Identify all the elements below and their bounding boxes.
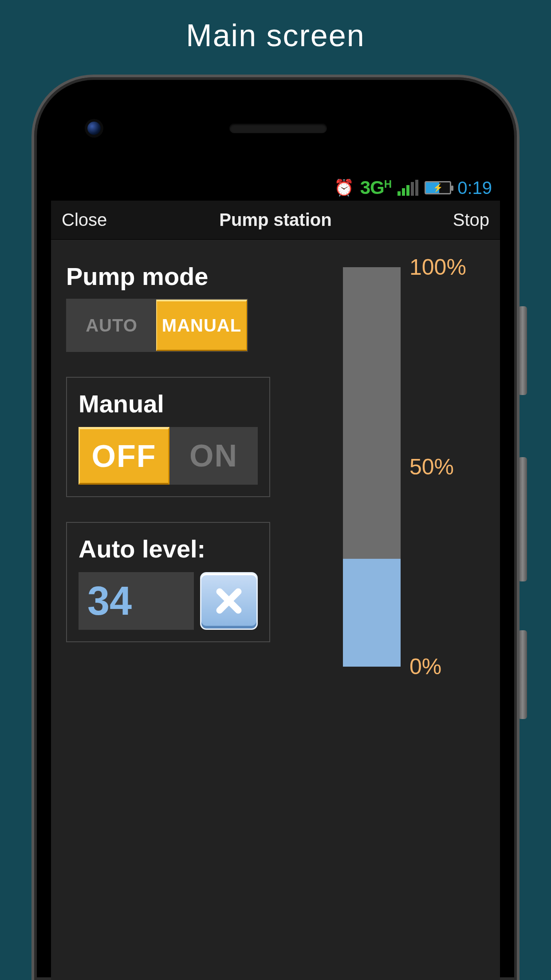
signal-icon: [398, 180, 418, 196]
network-label: 3G: [360, 177, 384, 198]
manual-label: Manual: [79, 389, 258, 418]
controls-column: Pump mode AUTO MANUAL Manual OFF ON Auto…: [66, 262, 325, 980]
status-bar: ⏰ 3GH ⚡ 0:19: [51, 175, 500, 201]
level-bar-fill: [343, 559, 401, 667]
auto-level-label: Auto level:: [79, 534, 258, 563]
pump-mode-auto-option[interactable]: AUTO: [67, 300, 156, 351]
level-tick-50: 50%: [409, 454, 454, 480]
clear-button[interactable]: [200, 572, 258, 630]
phone-screen: ⏰ 3GH ⚡ 0:19 Close Pump station Stop Pum…: [51, 175, 500, 980]
manual-toggle: OFF ON: [79, 427, 258, 485]
manual-off-option[interactable]: OFF: [79, 427, 169, 485]
level-bar: [343, 267, 401, 667]
manual-on-option[interactable]: ON: [169, 427, 258, 485]
nav-title: Pump station: [204, 210, 346, 230]
phone-frame: ⏰ 3GH ⚡ 0:19 Close Pump station Stop Pum…: [31, 75, 520, 980]
stop-button[interactable]: Stop: [347, 210, 489, 230]
level-tick-0: 0%: [409, 654, 441, 680]
phone-side-button: [518, 457, 527, 581]
phone-side-button: [518, 630, 527, 719]
phone-side-button: [518, 306, 527, 395]
pump-mode-toggle: AUTO MANUAL: [66, 299, 248, 352]
pump-mode-label: Pump mode: [66, 262, 325, 291]
level-tick-100: 100%: [409, 254, 466, 280]
pump-mode-manual-option[interactable]: MANUAL: [156, 300, 247, 351]
content-area: Pump mode AUTO MANUAL Manual OFF ON Auto…: [51, 240, 500, 980]
status-clock: 0:19: [457, 178, 492, 198]
battery-icon: ⚡: [425, 181, 451, 194]
close-icon: [213, 585, 245, 617]
level-column: 100% 50% 0%: [343, 262, 485, 980]
auto-level-input[interactable]: 34: [79, 572, 194, 630]
network-indicator: 3GH: [360, 177, 391, 198]
close-button[interactable]: Close: [62, 210, 204, 230]
manual-card: Manual OFF ON: [66, 377, 270, 497]
auto-level-card: Auto level: 34: [66, 522, 270, 642]
page-title: Main screen: [0, 0, 551, 53]
alarm-icon: ⏰: [334, 178, 354, 197]
network-sup: H: [384, 178, 391, 190]
nav-bar: Close Pump station Stop: [51, 201, 500, 240]
